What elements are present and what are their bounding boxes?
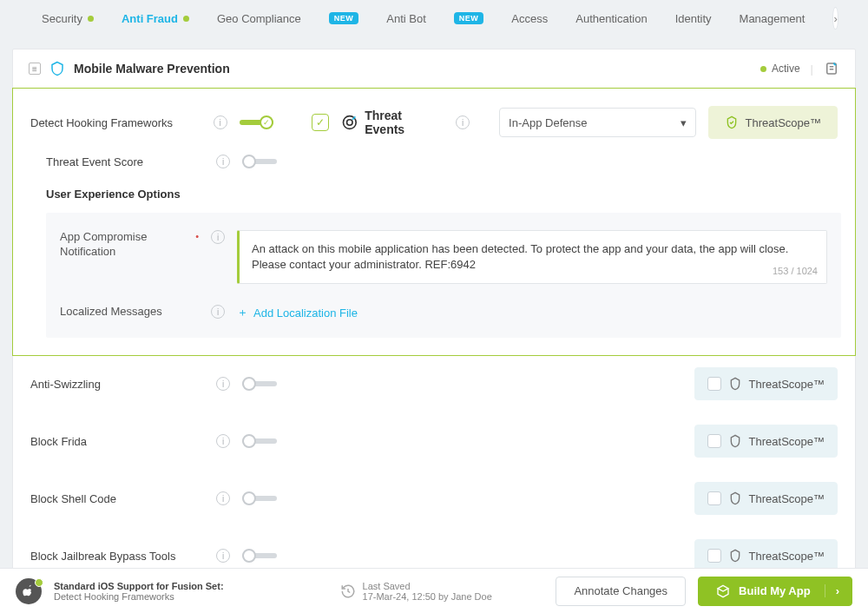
info-icon[interactable]: i [211, 305, 225, 319]
tab-label: Identity [675, 12, 712, 25]
history-icon [340, 583, 356, 599]
add-localization-label: Add Localization File [253, 306, 358, 320]
annotate-changes-button[interactable]: Annotate Changes [556, 577, 686, 606]
notes-icon[interactable] [824, 61, 839, 76]
row-label: Block Shell Code [30, 492, 204, 505]
ux-options-heading: User Experience Options [13, 179, 855, 206]
score-toggle[interactable] [242, 155, 277, 168]
panel-title: Mobile Malware Prevention [74, 62, 230, 76]
apple-icon [16, 578, 42, 604]
checkbox-icon [707, 434, 721, 448]
shield-check-icon [725, 115, 739, 129]
plus-icon: ＋ [237, 305, 248, 320]
tab-security[interactable]: Security [42, 12, 94, 25]
block-shell-code-row: Block Shell Code i ThreatScope™ [13, 470, 855, 527]
threatscope-pill[interactable]: ThreatScope™ [694, 482, 838, 515]
select-value: In-App Defense [509, 116, 587, 129]
info-icon[interactable]: i [216, 377, 230, 391]
tab-label: Authentication [575, 12, 647, 25]
saved-label: Last Saved [363, 581, 492, 591]
threatscope-pill[interactable]: ThreatScope™ [694, 367, 838, 400]
block-frida-toggle[interactable] [242, 434, 277, 448]
chevron-right-icon: › [833, 12, 837, 25]
threatscope-pill[interactable]: ThreatScope™ [694, 425, 838, 458]
defense-select[interactable]: In-App Defense ▾ [499, 108, 695, 137]
build-label: Build My App [739, 584, 811, 597]
tab-authentication[interactable]: Authentication [575, 12, 647, 25]
checkbox-icon [707, 491, 721, 505]
info-icon[interactable]: i [216, 434, 230, 448]
info-icon[interactable]: i [211, 230, 225, 244]
threatscope-label: ThreatScope™ [749, 550, 825, 563]
tab-label: Geo Compliance [217, 12, 301, 25]
row-label: Block Jailbreak Bypass Tools [30, 550, 204, 563]
shield-icon [728, 549, 742, 563]
status-label: Active [772, 63, 800, 75]
protection-panel: ≡ Mobile Malware Prevention Active | Det… [12, 49, 856, 613]
row-label: Anti-Swizzling [30, 378, 204, 391]
detect-toggle[interactable]: ✓ [240, 115, 273, 129]
last-saved: Last Saved 17-Mar-24, 12:50 by Jane Doe [340, 581, 492, 602]
detect-row: Detect Hooking Frameworks i ✓ ✓ Threat E… [13, 89, 855, 144]
threatscope-label: ThreatScope™ [749, 492, 825, 505]
detect-label: Detect Hooking Frameworks [30, 116, 201, 129]
info-icon[interactable]: i [216, 549, 230, 563]
footer-title: Standard iOS Support for Fusion Set: [54, 581, 224, 591]
shield-icon [728, 491, 742, 505]
build-my-app-button[interactable]: Build My App › [698, 577, 852, 606]
add-localization-link[interactable]: ＋ Add Localization File [237, 305, 358, 320]
tab-management[interactable]: Management [740, 12, 806, 25]
anti-swizzling-toggle[interactable] [242, 377, 277, 391]
info-icon[interactable]: i [216, 155, 230, 168]
tab-identity[interactable]: Identity [675, 12, 712, 25]
threatscope-button[interactable]: ThreatScope™ [708, 106, 838, 139]
threat-events-check[interactable]: ✓ [312, 114, 329, 131]
notification-textarea[interactable]: An attack on this mobile application has… [237, 230, 827, 284]
info-icon[interactable]: i [456, 115, 470, 129]
cube-icon [716, 584, 730, 598]
shield-icon [49, 61, 65, 76]
char-count: 153 / 1024 [773, 265, 818, 278]
tab-label: Management [740, 12, 806, 25]
new-badge: NEW [454, 12, 484, 24]
footer-subtitle: Detect Hooking Frameworks [54, 591, 224, 602]
localized-label: Localized Messages [60, 305, 162, 320]
tab-label: Anti Bot [386, 12, 426, 25]
block-shell-code-toggle[interactable] [242, 491, 277, 505]
tab-anti-bot[interactable]: Anti Bot [386, 12, 426, 25]
notification-text: An attack on this mobile application has… [252, 242, 788, 271]
info-icon[interactable]: i [214, 115, 227, 129]
status-dot-icon [760, 66, 766, 72]
panel-header: ≡ Mobile Malware Prevention Active | [13, 49, 855, 89]
tab-geo-compliance[interactable]: Geo Compliance [217, 12, 301, 25]
block-frida-row: Block Frida i ThreatScope™ [13, 412, 855, 470]
status-dot-icon [183, 16, 189, 22]
saved-value: 17-Mar-24, 12:50 by Jane Doe [363, 591, 492, 602]
footer-bar: Standard iOS Support for Fusion Set: Det… [0, 568, 868, 613]
shield-icon [728, 377, 742, 391]
chevron-down-icon: ▾ [681, 116, 687, 129]
tab-anti-fraud[interactable]: Anti Fraud [122, 12, 189, 25]
highlighted-section: Detect Hooking Frameworks i ✓ ✓ Threat E… [12, 88, 856, 356]
checkbox-icon [707, 549, 721, 563]
ux-options-box: App Compromise Notification • i An attac… [46, 213, 841, 338]
target-icon [341, 114, 358, 131]
tabs-scroll-right[interactable]: › [832, 7, 838, 30]
status-active: Active [760, 63, 800, 75]
checkbox-icon [707, 377, 721, 391]
block-jailbreak-toggle[interactable] [242, 549, 277, 563]
row-label: Block Frida [30, 435, 204, 448]
collapse-icon[interactable]: ≡ [29, 63, 41, 75]
notification-row: App Compromise Notification • i An attac… [60, 230, 827, 284]
threatscope-label: ThreatScope™ [746, 116, 821, 129]
footer-text: Standard iOS Support for Fusion Set: Det… [54, 581, 224, 602]
score-label: Threat Event Score [30, 155, 204, 168]
tab-label: Security [42, 12, 82, 25]
status-dot-icon [88, 16, 94, 22]
info-icon[interactable]: i [216, 491, 230, 505]
tab-access[interactable]: Access [511, 12, 548, 25]
svg-point-2 [346, 120, 352, 126]
threat-events-label: Threat Events [365, 109, 444, 136]
notification-label: App Compromise Notification [60, 230, 188, 260]
tab-label: Access [511, 12, 548, 25]
